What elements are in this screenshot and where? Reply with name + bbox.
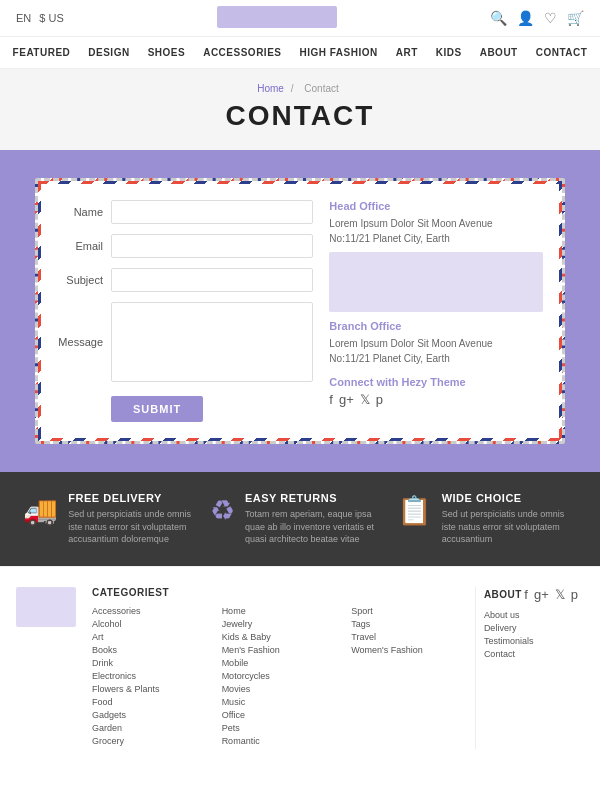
email-label: Email [57, 240, 111, 252]
twitter-icon[interactable]: 𝕏 [360, 392, 370, 407]
choice-title: WIDE CHOICE [442, 492, 577, 504]
footer-columns: CATEGORIEST Accessories Alcohol Art Book… [86, 587, 584, 749]
user-icon[interactable]: 👤 [517, 10, 534, 26]
footer-link-travel[interactable]: Travel [351, 632, 469, 642]
footer-delivery[interactable]: Delivery [484, 623, 578, 633]
breadcrumb: Home / Contact [0, 83, 600, 94]
footer-link-garden[interactable]: Garden [92, 723, 210, 733]
nav-high-fashion[interactable]: HIGH FASHION [299, 47, 377, 58]
logo[interactable] [217, 6, 337, 28]
footer-link-flowers[interactable]: Flowers & Plants [92, 684, 210, 694]
branch-office-title: Branch Office [329, 320, 543, 332]
nav-featured[interactable]: FEATURED [13, 47, 71, 58]
feature-returns-content: EASY RETURNS Totam rem aperiam, eaque ip… [245, 492, 390, 546]
features-bar: 🚚 FREE DELIVERY Sed ut perspiciatis unde… [0, 472, 600, 566]
top-bar: EN $ US 🔍 👤 ♡ 🛒 [0, 0, 600, 37]
footer-about: ABOUT f g+ 𝕏 p About us Delivery Testimo… [475, 587, 584, 749]
submit-button[interactable]: SUBMIT [111, 396, 203, 422]
contact-card-inner: Name Email Subject Message SUBMIT [41, 184, 559, 438]
footer-link-accessories[interactable]: Accessories [92, 606, 210, 616]
footer-col3: _ Sport Tags Travel Women's Fashion [345, 587, 475, 749]
message-label: Message [57, 336, 111, 348]
breadcrumb-home[interactable]: Home [257, 83, 284, 94]
footer-pinterest-icon[interactable]: p [571, 587, 578, 602]
footer-link-mobile[interactable]: Mobile [222, 658, 340, 668]
contact-form: Name Email Subject Message SUBMIT [57, 200, 313, 422]
googleplus-icon[interactable]: g+ [339, 392, 354, 407]
nav-about[interactable]: ABOUT [480, 47, 518, 58]
footer-link-electronics[interactable]: Electronics [92, 671, 210, 681]
facebook-icon[interactable]: f [329, 392, 333, 407]
top-bar-center [64, 6, 490, 30]
footer-link-sport[interactable]: Sport [351, 606, 469, 616]
wishlist-icon[interactable]: ♡ [544, 10, 557, 26]
feature-delivery: 🚚 FREE DELIVERY Sed ut perspiciatis unde… [23, 492, 203, 546]
footer-link-food[interactable]: Food [92, 697, 210, 707]
currency-selector[interactable]: $ US [39, 12, 63, 24]
choice-text: Sed ut perspiciatis unde omnis iste natu… [442, 508, 577, 546]
returns-title: EASY RETURNS [245, 492, 390, 504]
footer-contact[interactable]: Contact [484, 649, 578, 659]
returns-text: Totam rem aperiam, eaque ipsa quae ab il… [245, 508, 390, 546]
nav-art[interactable]: ART [396, 47, 418, 58]
head-office-address: Lorem Ipsum Dolor Sit Moon AvenueNo:11/2… [329, 216, 543, 246]
subject-input[interactable] [111, 268, 313, 292]
top-bar-left: EN $ US [16, 12, 64, 24]
branch-office-address: Lorem Ipsum Dolor Sit Moon AvenueNo:11/2… [329, 336, 543, 366]
main-nav: FEATURED DESIGN SHOES ACCESSORIES HIGH F… [0, 37, 600, 69]
breadcrumb-current: Contact [304, 83, 338, 94]
footer-link-pets[interactable]: Pets [222, 723, 340, 733]
breadcrumb-separator: / [291, 83, 294, 94]
footer-link-movies[interactable]: Movies [222, 684, 340, 694]
head-office-title: Head Office [329, 200, 543, 212]
nav-contact[interactable]: CONTACT [536, 47, 588, 58]
footer-link-mens[interactable]: Men's Fashion [222, 645, 340, 655]
footer-link-grocery[interactable]: Grocery [92, 736, 210, 746]
footer-testimonials[interactable]: Testimonials [484, 636, 578, 646]
footer-link-books[interactable]: Books [92, 645, 210, 655]
footer-about-us[interactable]: About us [484, 610, 578, 620]
cart-icon[interactable]: 🛒 [567, 10, 584, 26]
about-title: ABOUT [484, 589, 522, 600]
footer-googleplus-icon[interactable]: g+ [534, 587, 549, 602]
search-icon[interactable]: 🔍 [490, 10, 507, 26]
footer-link-music[interactable]: Music [222, 697, 340, 707]
footer-link-alcohol[interactable]: Alcohol [92, 619, 210, 629]
language-selector[interactable]: EN [16, 12, 31, 24]
nav-accessories[interactable]: ACCESSORIES [203, 47, 281, 58]
footer-link-office[interactable]: Office [222, 710, 340, 720]
pinterest-icon[interactable]: p [376, 392, 383, 407]
email-input[interactable] [111, 234, 313, 258]
footer-link-womens[interactable]: Women's Fashion [351, 645, 469, 655]
social-icons: f g+ 𝕏 p [329, 392, 543, 407]
nav-kids[interactable]: KIDS [436, 47, 462, 58]
feature-returns: ♻ EASY RETURNS Totam rem aperiam, eaque … [210, 492, 390, 546]
top-bar-right: 🔍 👤 ♡ 🛒 [490, 10, 584, 26]
footer-link-gadgets[interactable]: Gadgets [92, 710, 210, 720]
footer-link-motorcycles[interactable]: Motorcycles [222, 671, 340, 681]
footer-col2: _ Home Jewelry Kids & Baby Men's Fashion… [216, 587, 346, 749]
message-textarea[interactable] [111, 302, 313, 382]
footer-link-home[interactable]: Home [222, 606, 340, 616]
footer-twitter-icon[interactable]: 𝕏 [555, 587, 565, 602]
subject-label: Subject [57, 274, 111, 286]
categories-title: CATEGORIEST [92, 587, 210, 598]
feature-delivery-content: FREE DELIVERY Sed ut perspiciatis unde o… [68, 492, 203, 546]
choice-icon: 📋 [397, 494, 432, 527]
footer-link-art[interactable]: Art [92, 632, 210, 642]
email-row: Email [57, 234, 313, 258]
nav-shoes[interactable]: SHOES [148, 47, 186, 58]
footer-facebook-icon[interactable]: f [524, 587, 528, 602]
footer-link-jewelry[interactable]: Jewelry [222, 619, 340, 629]
footer-link-tags[interactable]: Tags [351, 619, 469, 629]
message-row: Message [57, 302, 313, 382]
footer-link-romantic[interactable]: Romantic [222, 736, 340, 746]
footer-link-drink[interactable]: Drink [92, 658, 210, 668]
name-input[interactable] [111, 200, 313, 224]
delivery-title: FREE DELIVERY [68, 492, 203, 504]
footer-link-kids[interactable]: Kids & Baby [222, 632, 340, 642]
contact-info: Head Office Lorem Ipsum Dolor Sit Moon A… [329, 200, 543, 422]
returns-icon: ♻ [210, 494, 235, 527]
contact-section: Name Email Subject Message SUBMIT [0, 150, 600, 472]
nav-design[interactable]: DESIGN [88, 47, 129, 58]
